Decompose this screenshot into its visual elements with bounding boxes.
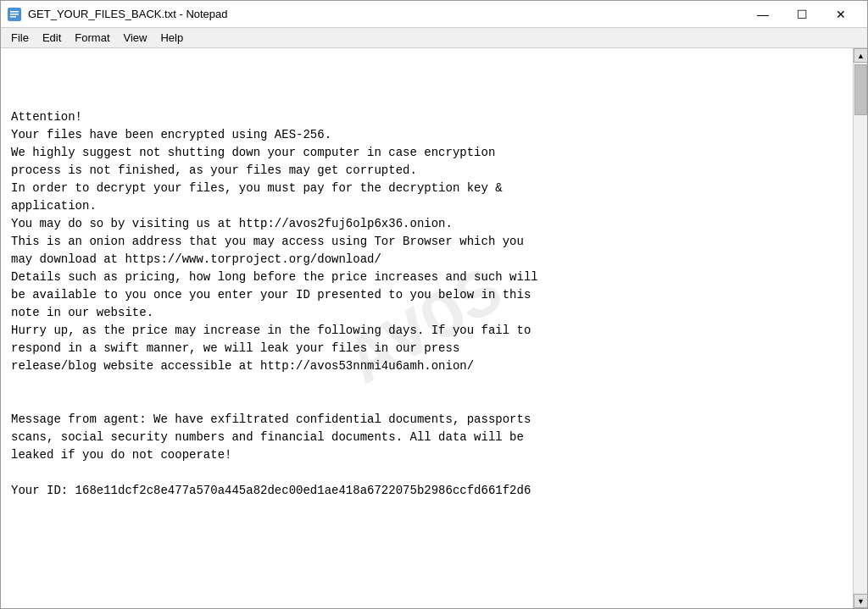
scroll-down-button[interactable]: ▼ — [854, 594, 867, 608]
menu-file[interactable]: File — [4, 30, 36, 46]
close-button[interactable]: ✕ — [821, 1, 860, 28]
minimize-button[interactable]: — — [743, 1, 782, 28]
document-body: Attention! Your files have been encrypte… — [11, 108, 843, 500]
app-icon — [8, 8, 21, 21]
menu-format[interactable]: Format — [68, 30, 116, 46]
menu-view[interactable]: View — [117, 30, 154, 46]
menu-bar: File Edit Format View Help — [1, 28, 867, 48]
svg-rect-3 — [10, 16, 16, 18]
window-title: GET_YOUR_FILES_BACK.txt - Notepad — [28, 8, 743, 20]
scroll-up-button[interactable]: ▲ — [854, 48, 867, 63]
maximize-button[interactable]: ☐ — [782, 1, 821, 28]
menu-edit[interactable]: Edit — [36, 30, 68, 46]
menu-help[interactable]: Help — [153, 30, 190, 46]
svg-rect-2 — [10, 14, 19, 15]
window-controls: — ☐ ✕ — [743, 1, 860, 28]
svg-rect-1 — [10, 11, 19, 13]
scrollbar: ▲ ▼ — [853, 48, 867, 608]
notepad-window: GET_YOUR_FILES_BACK.txt - Notepad — ☐ ✕ … — [0, 0, 868, 609]
scroll-track[interactable] — [854, 63, 867, 594]
content-area: AVOS Attention! Your files have been enc… — [1, 48, 867, 608]
title-bar: GET_YOUR_FILES_BACK.txt - Notepad — ☐ ✕ — [1, 1, 867, 28]
scroll-thumb[interactable] — [854, 64, 867, 115]
text-editor[interactable]: AVOS Attention! Your files have been enc… — [1, 48, 853, 608]
